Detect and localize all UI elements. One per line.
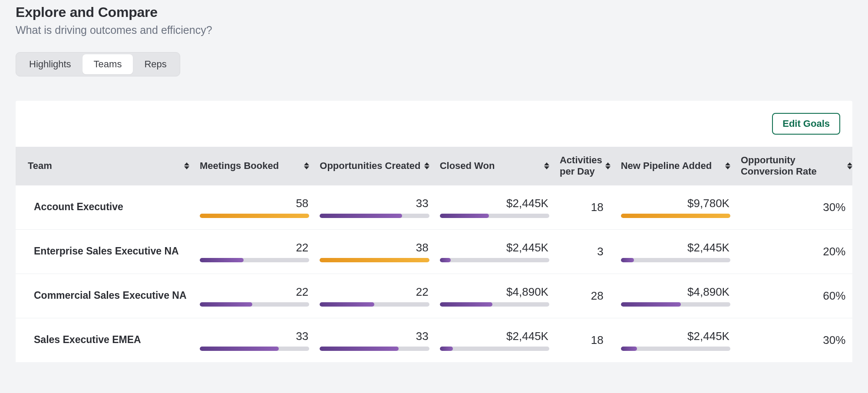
cell-meetings_booked: 22 [195,274,314,318]
tab-highlights[interactable]: Highlights [18,54,83,74]
cell-closed_won: $2,445K [435,318,554,362]
col-header-closed-won[interactable]: Closed Won [435,147,554,185]
progress-bar-fill [621,302,681,307]
cell-opportunities_created: 33 [314,318,434,362]
table-row[interactable]: Sales Executive EMEA3333$2,445K18$2,445K… [16,318,852,362]
teams-table-wrap: Team Meetings Booked Opportunities Creat… [16,147,852,362]
progress-bar-fill [440,214,489,218]
page-title: Explore and Compare [16,4,852,20]
teams-panel: Edit Goals Team Meetings Booked [16,101,852,362]
cell-team: Enterprise Sales Executive NA [16,229,195,274]
cell-meetings_booked: 22 [195,229,314,274]
col-header-label: Activities per Day [560,155,603,178]
progress-bar-fill [621,258,634,262]
cell-new_pipeline_added: $9,780K [616,185,736,230]
col-header-opportunities-created[interactable]: Opportunities Created [314,147,434,185]
metric-value: 22 [200,285,309,299]
cell-opportunities_created: 33 [314,185,434,230]
col-header-label: Opportunities Created [320,160,420,172]
metric-value: $9,780K [621,197,730,210]
col-header-team[interactable]: Team [16,147,195,185]
sort-icon [424,162,429,169]
cell-activities-per-day: 3 [554,229,616,274]
cell-opportunity-conversion-rate: 30% [736,185,852,230]
progress-bar [621,302,730,307]
metric-value: 33 [200,330,309,343]
table-row[interactable]: Commercial Sales Executive NA2222$4,890K… [16,274,852,318]
progress-bar [440,258,549,262]
page-subtitle: What is driving outcomes and efficiency? [16,24,852,36]
cell-meetings_booked: 58 [195,185,314,230]
progress-bar-fill [440,347,453,351]
col-header-label: Meetings Booked [200,160,279,172]
cell-closed_won: $2,445K [435,229,554,274]
cell-closed_won: $4,890K [435,274,554,318]
col-header-opportunity-conversion-rate[interactable]: Opportunity Conversion Rate [736,147,852,185]
cell-team: Account Executive [16,185,195,230]
sort-icon [725,162,730,169]
progress-bar [200,302,309,307]
progress-bar-fill [621,214,730,218]
table-row[interactable]: Enterprise Sales Executive NA2238$2,445K… [16,229,852,274]
sort-icon [184,162,189,169]
team-name: Sales Executive EMEA [28,332,189,348]
col-header-label: Closed Won [440,160,495,172]
progress-bar-fill [320,302,374,307]
sort-icon [605,162,611,169]
metric-value: $2,445K [440,197,549,210]
col-header-meetings-booked[interactable]: Meetings Booked [195,147,314,185]
cell-team: Sales Executive EMEA [16,318,195,362]
cell-opportunity-conversion-rate: 60% [736,274,852,318]
team-name: Commercial Sales Executive NA [28,288,189,304]
cell-opportunity-conversion-rate: 30% [736,318,852,362]
cell-meetings_booked: 33 [195,318,314,362]
progress-bar-fill [200,214,309,218]
progress-bar-fill [320,258,429,262]
metric-value: 22 [320,285,429,299]
tab-teams[interactable]: Teams [83,54,133,74]
progress-bar-fill [440,302,492,307]
tab-reps[interactable]: Reps [133,54,178,74]
cell-new_pipeline_added: $2,445K [616,318,736,362]
progress-bar [200,258,309,262]
sort-icon [304,162,309,169]
table-row[interactable]: Account Executive5833$2,445K18$9,780K30% [16,185,852,230]
metric-value: $4,890K [621,285,730,299]
metric-value: 38 [320,241,429,254]
col-header-activities-per-day[interactable]: Activities per Day [554,147,616,185]
metric-value: 22 [200,241,309,254]
progress-bar-fill [320,214,402,218]
progress-bar [621,258,730,262]
metric-value: 33 [320,330,429,343]
cell-new_pipeline_added: $4,890K [616,274,736,318]
progress-bar [440,347,549,351]
team-name: Account Executive [28,199,189,215]
cell-opportunities_created: 38 [314,229,434,274]
col-header-new-pipeline-added[interactable]: New Pipeline Added [616,147,736,185]
progress-bar [440,302,549,307]
progress-bar-fill [200,258,244,262]
progress-bar-fill [621,347,637,351]
metric-value: 58 [200,197,309,210]
progress-bar [320,302,429,307]
edit-goals-button[interactable]: Edit Goals [772,113,840,135]
panel-header: Edit Goals [16,101,852,147]
cell-team: Commercial Sales Executive NA [16,274,195,318]
metric-value: $4,890K [440,285,549,299]
teams-table: Team Meetings Booked Opportunities Creat… [16,147,852,362]
progress-bar [320,347,429,351]
sort-icon [847,162,852,169]
progress-bar-fill [200,302,252,307]
col-header-label: New Pipeline Added [621,160,712,172]
progress-bar [320,258,429,262]
progress-bar [621,214,730,218]
cell-opportunity-conversion-rate: 20% [736,229,852,274]
progress-bar [320,214,429,218]
cell-opportunities_created: 22 [314,274,434,318]
progress-bar [621,347,730,351]
progress-bar-fill [440,258,451,262]
metric-value: $2,445K [621,330,730,343]
cell-activities-per-day: 18 [554,318,616,362]
view-tabs: HighlightsTeamsReps [16,52,180,76]
col-header-label: Opportunity Conversion Rate [741,155,845,178]
